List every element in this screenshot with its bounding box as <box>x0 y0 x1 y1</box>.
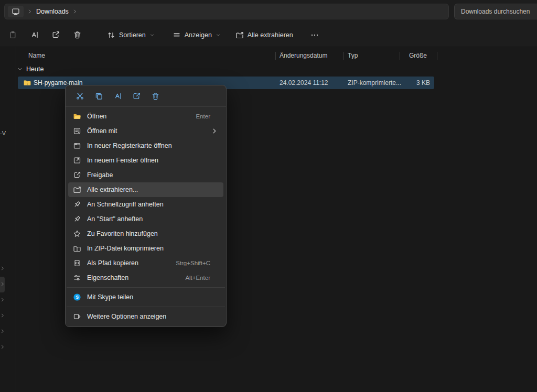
tree-expand-chevron[interactable] <box>0 344 6 350</box>
copy-icon <box>94 92 103 101</box>
menu-item-in-zip-datei-komprimieren[interactable]: In ZIP-Datei komprimieren <box>68 241 223 256</box>
menu-item-shortcut: Alt+Enter <box>185 275 219 281</box>
rename-icon <box>30 30 39 39</box>
menu-item-mit-skype-teilen[interactable]: SMit Skype teilen <box>68 290 223 304</box>
file-modified: 24.02.2024 11:12 <box>280 79 328 86</box>
context-menu-items: ÖffnenEnterÖffnen mitIn neuer Registerka… <box>66 109 226 324</box>
address-bar[interactable]: Downloads <box>4 4 449 19</box>
menu-item-shortcut: Strg+Shift+C <box>176 260 219 266</box>
title-bar: Downloads <box>0 0 537 23</box>
menu-separator <box>67 287 225 288</box>
zip-icon <box>73 244 81 253</box>
menu-item-label: Öffnen <box>87 113 106 120</box>
more-options-icon <box>73 312 81 321</box>
column-header-name[interactable]: Name <box>28 52 45 59</box>
menu-item-label: In neuem Fenster öffnen <box>87 157 158 164</box>
svg-text:S: S <box>76 295 79 300</box>
menu-item-eigenschaften[interactable]: EigenschaftenAlt+Enter <box>68 270 223 285</box>
column-header-type[interactable]: Typ <box>348 52 358 59</box>
menu-item-alle-extrahieren[interactable]: Alle extrahieren... <box>68 182 223 197</box>
toolbar: Sortieren Anzeigen Alle extrahieren <box>0 23 537 47</box>
menu-item-offnen[interactable]: ÖffnenEnter <box>68 109 223 124</box>
column-header-modified[interactable]: Änderungsdatum <box>280 52 327 59</box>
search-input[interactable] <box>460 7 537 16</box>
quick-copy-button[interactable] <box>91 89 106 103</box>
chevron-down-icon <box>149 32 155 38</box>
chevron-right-icon <box>210 127 219 135</box>
breadcrumb-downloads[interactable]: Downloads <box>36 8 69 15</box>
new-tab-icon <box>73 141 81 150</box>
menu-separator <box>67 307 225 307</box>
sort-button[interactable]: Sortieren <box>102 26 160 44</box>
copy-path-icon <box>73 259 81 267</box>
menu-item-zu-favoriten-hinzufugen[interactable]: Zu Favoriten hinzufügen <box>68 226 223 241</box>
file-size: 3 KB <box>416 79 430 86</box>
extract-label: Alle extrahieren <box>248 31 293 39</box>
column-divider <box>400 52 400 60</box>
menu-item-label: Öffnen mit <box>87 127 117 135</box>
chevron-down-icon <box>216 32 221 38</box>
menu-item-weitere-optionen-anzeigen[interactable]: Weitere Optionen anzeigen <box>68 309 223 324</box>
quick-share-button[interactable] <box>128 89 144 103</box>
quick-rename-button[interactable] <box>110 89 125 103</box>
quick-cut-button[interactable] <box>72 89 88 103</box>
menu-item-offnen-mit[interactable]: Öffnen mit <box>68 124 223 138</box>
paste-button <box>3 26 22 44</box>
view-button[interactable]: Anzeigen <box>167 26 226 44</box>
sort-icon <box>107 31 115 39</box>
sort-label: Sortieren <box>119 31 146 39</box>
chevron-down-icon <box>17 66 23 72</box>
menu-item-label: Weitere Optionen anzeigen <box>87 313 166 320</box>
nav-item-partial-label: -V <box>0 130 6 136</box>
menu-item-label: Als Pfad kopieren <box>87 259 138 267</box>
share-icon <box>73 171 81 179</box>
extract-all-button[interactable]: Alle extrahieren <box>230 26 298 44</box>
tree-expand-chevron[interactable] <box>0 312 6 319</box>
menu-item-label: Alle extrahieren... <box>87 186 138 193</box>
device-button[interactable] <box>8 6 24 17</box>
paste-icon <box>8 30 17 39</box>
chevron-right-icon[interactable] <box>72 8 78 15</box>
menu-item-an-schnellzugriff-anheften[interactable]: An Schnellzugriff anheften <box>68 197 223 212</box>
tree-expand-chevron[interactable] <box>0 281 6 287</box>
menu-item-label: Eigenschaften <box>87 274 128 281</box>
chevron-right-icon[interactable] <box>27 8 33 15</box>
tree-expand-chevron[interactable] <box>0 297 6 303</box>
tree-expand-chevron[interactable] <box>0 265 6 271</box>
context-menu-quick-actions <box>66 85 226 107</box>
menu-item-als-pfad-kopieren[interactable]: Als Pfad kopierenStrg+Shift+C <box>68 256 223 270</box>
menu-item-in-neuem-fenster-offnen[interactable]: In neuem Fenster öffnen <box>68 153 223 168</box>
context-menu: ÖffnenEnterÖffnen mitIn neuer Registerka… <box>65 85 227 327</box>
menu-item-label: An "Start" anheften <box>87 215 143 223</box>
menu-item-label: Freigabe <box>87 171 113 179</box>
rename-icon <box>113 92 122 101</box>
open-with-icon <box>73 127 81 135</box>
group-header-heute[interactable]: Heute <box>17 66 44 73</box>
properties-icon <box>73 274 81 282</box>
column-divider <box>343 52 344 60</box>
view-icon <box>173 31 181 39</box>
skype-icon: S <box>73 293 81 301</box>
menu-item-in-neuer-registerkarte-offnen[interactable]: In neuer Registerkarte öffnen <box>68 138 223 153</box>
menu-item-label: In ZIP-Datei komprimieren <box>87 245 164 252</box>
menu-item-shortcut: Enter <box>196 113 219 119</box>
menu-item-label: An Schnellzugriff anheften <box>87 201 164 208</box>
share-button[interactable] <box>46 26 65 44</box>
zip-folder-icon <box>23 79 31 87</box>
navigation-pane-edge: -V <box>0 47 16 392</box>
rename-button[interactable] <box>25 26 44 44</box>
menu-item-label: In neuer Registerkarte öffnen <box>87 142 172 149</box>
new-window-icon <box>73 156 81 165</box>
group-label: Heute <box>26 66 44 73</box>
quick-delete-button[interactable] <box>147 89 163 103</box>
menu-item-freigabe[interactable]: Freigabe <box>68 168 223 182</box>
delete-button[interactable] <box>68 26 87 44</box>
search-box[interactable] <box>454 4 537 19</box>
star-icon <box>73 230 81 238</box>
delete-icon <box>151 92 160 101</box>
see-more-button[interactable] <box>306 26 324 44</box>
menu-item-label: Mit Skype teilen <box>87 293 133 301</box>
tree-expand-chevron[interactable] <box>0 328 6 334</box>
menu-item-an-start-anheften[interactable]: An "Start" anheften <box>68 212 223 226</box>
column-header-size[interactable]: Größe <box>409 52 427 59</box>
